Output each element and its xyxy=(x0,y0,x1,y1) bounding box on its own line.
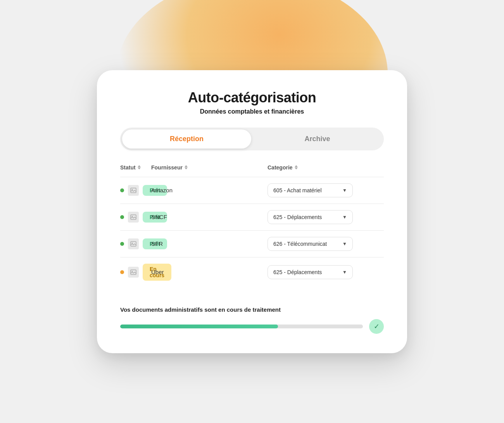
table-header: Statut Fournisseur Categorie xyxy=(120,164,384,175)
category-select[interactable]: 626 - Télécommunicat ▼ xyxy=(268,237,353,251)
tab-reception[interactable]: Réception xyxy=(122,129,251,148)
image-thumbnail-icon xyxy=(128,238,139,249)
sort-icon-fournisseur[interactable] xyxy=(185,165,188,169)
check-circle-icon: ✓ xyxy=(369,319,384,334)
chevron-down-icon: ▼ xyxy=(342,214,347,220)
row-status-col: Prêt xyxy=(120,212,151,223)
supplier-name: Uber xyxy=(151,269,268,276)
status-dot-green xyxy=(120,242,124,246)
svg-rect-6 xyxy=(131,270,136,275)
progress-track xyxy=(120,325,363,328)
tab-archive[interactable]: Archive xyxy=(253,129,382,148)
tab-switcher: Réception Archive xyxy=(120,128,384,150)
status-dot-green xyxy=(120,215,124,219)
row-status-col: Prêt xyxy=(120,185,151,196)
main-card: Auto-catégorisation Données comptables e… xyxy=(97,70,407,353)
category-dropdown[interactable]: 605 - Achat matériel ▼ xyxy=(268,183,384,197)
sort-icon-statut[interactable] xyxy=(138,165,141,169)
progress-bar-row: ✓ xyxy=(120,319,384,334)
row-status-col: En cours xyxy=(120,264,151,281)
svg-point-5 xyxy=(132,242,133,243)
status-dot-orange xyxy=(120,270,124,274)
category-dropdown[interactable]: 626 - Télécommunicat ▼ xyxy=(268,237,384,251)
category-select[interactable]: 625 - Déplacements ▼ xyxy=(268,265,353,279)
category-select[interactable]: 625 - Déplacements ▼ xyxy=(268,210,353,224)
status-dot-green xyxy=(120,188,124,192)
supplier-name: SNCF xyxy=(151,214,268,221)
chevron-down-icon: ▼ xyxy=(342,241,347,247)
supplier-name: SFR xyxy=(151,240,268,247)
image-thumbnail-icon xyxy=(128,267,139,278)
col-header-fournisseur: Fournisseur xyxy=(151,164,268,171)
page-subtitle: Données comptables et financières xyxy=(120,108,384,115)
image-thumbnail-icon xyxy=(128,212,139,223)
image-thumbnail-icon xyxy=(128,185,139,196)
row-status-col: Prêt xyxy=(120,238,151,249)
chevron-down-icon: ▼ xyxy=(342,269,347,275)
sort-icon-categorie[interactable] xyxy=(295,165,298,169)
col-header-statut: Statut xyxy=(120,164,151,171)
page-title: Auto-catégorisation xyxy=(120,90,384,106)
table-row: Prêt Amazon 605 - Achat matériel ▼ xyxy=(120,177,384,204)
supplier-name: Amazon xyxy=(151,187,268,194)
category-dropdown[interactable]: 625 - Déplacements ▼ xyxy=(268,265,384,279)
category-select[interactable]: 605 - Achat matériel ▼ xyxy=(268,183,353,197)
card-wrapper: Auto-catégorisation Données comptables e… xyxy=(97,70,407,353)
progress-fill xyxy=(120,325,278,328)
svg-rect-0 xyxy=(131,188,136,193)
table-row: Prêt SNCF 625 - Déplacements ▼ xyxy=(120,204,384,230)
data-table: Statut Fournisseur Categorie xyxy=(120,164,384,287)
svg-point-1 xyxy=(132,189,133,190)
progress-text: Vos documents administratifs sont en cou… xyxy=(120,306,384,313)
svg-point-7 xyxy=(132,271,133,272)
page-title-section: Auto-catégorisation Données comptables e… xyxy=(120,90,384,115)
svg-rect-4 xyxy=(131,242,136,246)
col-header-categorie: Categorie xyxy=(268,164,384,171)
table-row: Prêt SFR 626 - Télécommunicat ▼ xyxy=(120,230,384,257)
table-row: En cours Uber 625 - Déplacements ▼ xyxy=(120,257,384,287)
category-dropdown[interactable]: 625 - Déplacements ▼ xyxy=(268,210,384,224)
svg-point-3 xyxy=(132,216,133,217)
progress-section: Vos documents administratifs sont en cou… xyxy=(120,299,384,334)
chevron-down-icon: ▼ xyxy=(342,188,347,193)
svg-rect-2 xyxy=(131,215,136,219)
